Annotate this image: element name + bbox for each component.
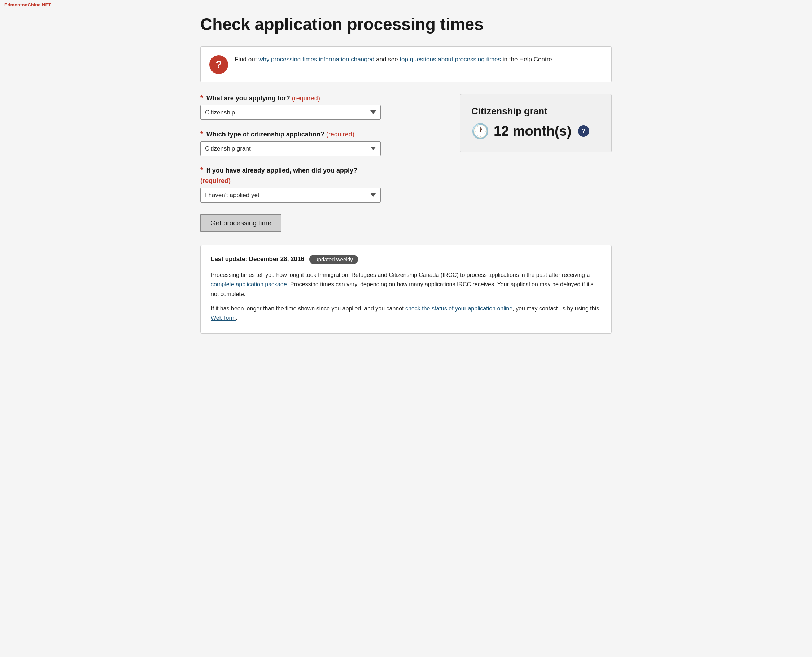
field1-select[interactable]: Citizenship Permanent residence Refugee … bbox=[200, 105, 381, 120]
question-icon: ? bbox=[209, 55, 228, 74]
info-text-after: in the Help Centre. bbox=[501, 56, 554, 63]
updated-badge: Updated weekly bbox=[309, 255, 358, 264]
field3-required-star: * bbox=[200, 166, 203, 174]
main-area: * What are you applying for? (required) … bbox=[200, 94, 612, 232]
footer-link-check-status[interactable]: check the status of your application onl… bbox=[405, 305, 512, 311]
field1-required-text: (required) bbox=[292, 95, 320, 102]
field2-label: * Which type of citizenship application?… bbox=[200, 130, 449, 138]
last-update-line: Last update: December 28, 2016 Updated w… bbox=[211, 255, 601, 264]
watermark: EdmontonChina.NET bbox=[0, 0, 812, 8]
field2-required-text: (required) bbox=[326, 131, 355, 138]
field2-label-text: Which type of citizenship application? bbox=[207, 131, 324, 138]
field3-label: * If you have already applied, when did … bbox=[200, 166, 449, 174]
field3-required-line: (required) bbox=[200, 177, 449, 185]
footer-para1-start: Processing times tell you how long it to… bbox=[211, 272, 590, 278]
footer-para2-mid: , you may contact us by using this bbox=[512, 305, 599, 311]
field2-required-star: * bbox=[200, 130, 203, 138]
field2-select[interactable]: Citizenship grant Citizenship certificat… bbox=[200, 141, 381, 156]
result-box: Citizenship grant 🕐 12 month(s) ? bbox=[460, 94, 612, 153]
footer-link-complete-package[interactable]: complete application package bbox=[211, 281, 287, 287]
field3-group: * If you have already applied, when did … bbox=[200, 166, 449, 202]
field1-label-text: What are you applying for? bbox=[207, 95, 290, 102]
footer-para2: If it has been longer than the time show… bbox=[211, 304, 601, 323]
page-title: Check application processing times bbox=[200, 15, 612, 34]
result-type-label: Citizenship grant bbox=[471, 106, 600, 117]
page-container: Check application processing times ? Fin… bbox=[190, 8, 622, 348]
form-section: * What are you applying for? (required) … bbox=[200, 94, 449, 232]
field1-label: * What are you applying for? (required) bbox=[200, 94, 449, 102]
field2-group: * Which type of citizenship application?… bbox=[200, 130, 449, 156]
footer-para2-start: If it has been longer than the time show… bbox=[211, 305, 405, 311]
field1-group: * What are you applying for? (required) … bbox=[200, 94, 449, 120]
result-months: 12 month(s) bbox=[494, 123, 571, 139]
result-help-icon[interactable]: ? bbox=[578, 125, 590, 137]
footer-info-box: Last update: December 28, 2016 Updated w… bbox=[200, 245, 612, 333]
field3-label-block: * If you have already applied, when did … bbox=[200, 166, 449, 185]
footer-para2-final: . bbox=[236, 315, 237, 321]
info-link-questions[interactable]: top questions about processing times bbox=[400, 56, 501, 63]
get-processing-time-button[interactable]: Get processing time bbox=[200, 214, 282, 232]
field1-required-star: * bbox=[200, 94, 203, 102]
info-box: ? Find out why processing times informat… bbox=[200, 46, 612, 82]
info-box-text: Find out why processing times informatio… bbox=[235, 54, 554, 64]
field3-select[interactable]: I haven't applied yet January 2016 Febru… bbox=[200, 188, 381, 202]
footer-link-web-form[interactable]: Web form bbox=[211, 315, 236, 321]
clock-icon: 🕐 bbox=[471, 124, 489, 138]
field3-label-text: If you have already applied, when did yo… bbox=[207, 167, 357, 174]
info-text-between: and see bbox=[374, 56, 400, 63]
info-link-why[interactable]: why processing times information changed bbox=[258, 56, 374, 63]
result-time-row: 🕐 12 month(s) ? bbox=[471, 123, 600, 139]
last-update-text: Last update: December 28, 2016 bbox=[211, 255, 304, 263]
footer-para1: Processing times tell you how long it to… bbox=[211, 270, 601, 299]
title-divider bbox=[200, 37, 612, 38]
info-text-before: Find out bbox=[235, 56, 258, 63]
